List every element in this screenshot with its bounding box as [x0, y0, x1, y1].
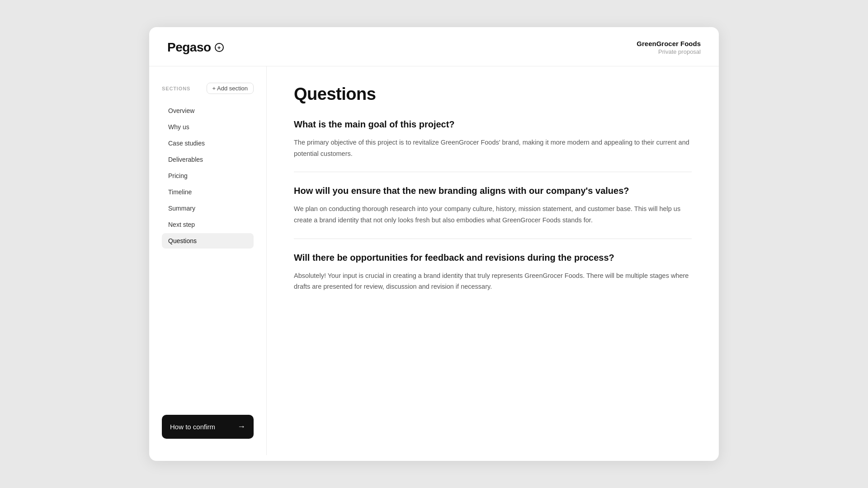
logo-area: Pegaso +: [167, 40, 224, 55]
sidebar-item-pricing[interactable]: Pricing: [162, 168, 254, 183]
header-subtitle: Private proposal: [637, 48, 701, 55]
sidebar-item-questions[interactable]: Questions: [162, 233, 254, 249]
sections-label: SECTIONS: [162, 86, 190, 91]
question-block-3: Will there be opportunities for feedback…: [294, 239, 692, 305]
question-body-1: The primary objective of this project is…: [294, 137, 692, 159]
app-container: Pegaso + GreenGrocer Foods Private propo…: [149, 27, 719, 461]
nav-items: OverviewWhy usCase studiesDeliverablesPr…: [162, 103, 254, 402]
sidebar-item-timeline[interactable]: Timeline: [162, 184, 254, 200]
how-to-confirm-button[interactable]: How to confirm →: [162, 415, 254, 439]
question-title-3: Will there be opportunities for feedback…: [294, 252, 692, 264]
how-to-confirm-label: How to confirm: [170, 423, 215, 431]
question-block-2: How will you ensure that the new brandin…: [294, 172, 692, 238]
add-section-button[interactable]: + Add section: [207, 83, 254, 94]
header-company: GreenGrocer Foods: [637, 40, 701, 47]
sidebar-item-next-step[interactable]: Next step: [162, 217, 254, 232]
header-right: GreenGrocer Foods Private proposal: [637, 40, 701, 55]
questions-container: What is the main goal of this project?Th…: [294, 118, 692, 305]
sidebar-header: SECTIONS + Add section: [162, 83, 254, 94]
question-title-2: How will you ensure that the new brandin…: [294, 185, 692, 197]
sidebar-item-overview[interactable]: Overview: [162, 103, 254, 118]
sidebar-item-deliverables[interactable]: Deliverables: [162, 152, 254, 167]
arrow-icon: →: [237, 422, 245, 432]
sidebar: SECTIONS + Add section OverviewWhy usCas…: [149, 66, 267, 455]
header: Pegaso + GreenGrocer Foods Private propo…: [149, 27, 719, 66]
main-layout: SECTIONS + Add section OverviewWhy usCas…: [149, 66, 719, 455]
logo-text: Pegaso: [167, 40, 211, 55]
question-block-1: What is the main goal of this project?Th…: [294, 118, 692, 172]
sidebar-item-case-studies[interactable]: Case studies: [162, 136, 254, 151]
question-title-1: What is the main goal of this project?: [294, 118, 692, 131]
sidebar-item-summary[interactable]: Summary: [162, 201, 254, 216]
page-title: Questions: [294, 84, 692, 104]
content-area: Questions What is the main goal of this …: [267, 66, 719, 455]
logo-icon: +: [215, 43, 224, 52]
sidebar-item-why-us[interactable]: Why us: [162, 119, 254, 135]
question-body-3: Absolutely! Your input is crucial in cre…: [294, 270, 692, 292]
question-body-2: We plan on conducting thorough research …: [294, 203, 692, 225]
